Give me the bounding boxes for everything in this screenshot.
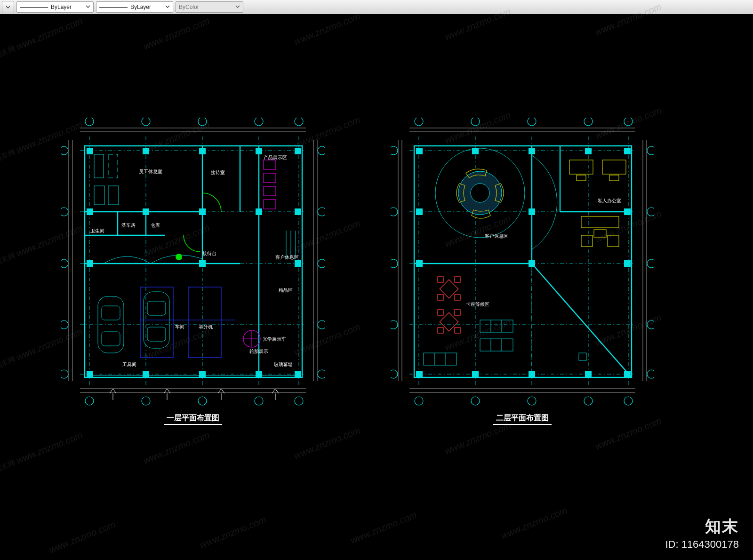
floor-plan-2: 客户休息区 私人办公室 卡座等候区 二层平面布置图 [391,118,654,424]
svg-rect-70 [264,160,276,169]
svg-point-27 [318,370,325,378]
svg-point-19 [61,208,68,216]
linetype-selector-1[interactable]: ByLayer [16,1,94,13]
svg-rect-193 [424,353,457,365]
svg-point-129 [647,146,654,155]
svg-point-114 [415,118,423,126]
svg-point-120 [471,397,480,405]
svg-rect-52 [87,371,93,377]
svg-point-132 [647,320,654,329]
linetype-selector-2[interactable]: ByLayer [96,1,173,13]
svg-point-23 [318,146,325,155]
svg-point-20 [61,259,68,268]
svg-text:车间: 车间 [175,324,184,329]
svg-rect-53 [143,371,149,377]
svg-point-16 [255,397,263,405]
booth-icon [438,277,460,300]
svg-point-25 [318,259,325,268]
svg-rect-145 [416,148,423,154]
svg-rect-175 [608,235,619,247]
desk-icon [569,160,626,181]
svg-rect-68 [94,186,104,205]
svg-text:客户休息区: 客户休息区 [485,233,508,239]
svg-rect-186 [455,328,460,333]
svg-point-24 [318,208,325,216]
svg-rect-149 [624,148,631,154]
floor2-svg: 客户休息区 私人办公室 卡座等候区 [391,118,654,409]
svg-text:轮胎展示: 轮胎展示 [249,349,268,354]
floor1-svg: 员工休息室 接待室 产品展示区 洗车房 仓库 卫生间 接待台 客户休息区 精品区… [61,118,325,409]
svg-text:卫生间: 卫生间 [90,228,104,233]
svg-rect-83 [140,287,173,358]
svg-rect-179 [455,277,460,282]
svg-text:举升机: 举升机 [199,324,213,329]
svg-rect-150 [416,208,423,215]
svg-rect-157 [472,371,479,377]
svg-point-10 [198,118,207,126]
layer-dropdown-toggle[interactable] [2,1,14,13]
svg-point-65 [176,254,182,260]
svg-point-15 [198,397,207,405]
svg-rect-172 [609,175,619,181]
svg-text:光学展示车: 光学展示车 [263,336,286,342]
svg-rect-176 [594,230,606,237]
svg-rect-73 [264,200,276,209]
source-brand: 知末 ID: 1164300178 [665,516,739,551]
svg-point-121 [528,397,536,405]
svg-rect-178 [438,277,443,282]
svg-point-128 [391,370,398,378]
svg-point-122 [584,397,593,405]
floor-plan-1: 员工休息室 接待室 产品展示区 洗车房 仓库 卫生间 接待台 客户休息区 精品区… [61,118,325,424]
svg-rect-183 [438,310,443,315]
svg-rect-148 [585,148,592,154]
svg-rect-43 [295,148,301,154]
arrow-up-icon [110,389,279,400]
svg-rect-155 [624,260,631,267]
svg-point-116 [528,118,536,126]
svg-text:卡座等候区: 卡座等候区 [466,302,489,307]
svg-point-117 [584,118,593,126]
svg-rect-39 [87,148,93,154]
svg-point-11 [255,118,263,126]
svg-rect-69 [108,186,119,205]
booth-icon [438,310,460,333]
svg-rect-159 [585,371,592,377]
svg-rect-40 [143,148,149,154]
svg-point-123 [624,397,633,405]
svg-point-8 [85,118,94,126]
svg-rect-187 [480,320,513,332]
svg-text:洗车房: 洗车房 [121,223,136,228]
sofa-icon [424,320,513,365]
plotstyle-selector[interactable]: ByColor [176,1,243,13]
svg-point-119 [415,397,423,405]
svg-rect-171 [602,160,626,174]
sofa-icon [581,216,619,247]
svg-point-168 [471,184,489,202]
svg-point-131 [647,259,654,268]
model-space-canvas[interactable]: 知末网www.znzmo.com www.znzmo.com www.znzmo… [0,14,753,560]
properties-toolbar: ByLayer ByLayer ByColor [0,0,753,15]
brand-id: ID: 1164300178 [665,538,739,551]
svg-rect-84 [188,287,221,358]
svg-point-126 [391,259,398,268]
svg-text:精品区: 精品区 [279,288,293,293]
svg-rect-181 [455,295,460,300]
svg-text:客户休息区: 客户休息区 [275,255,299,260]
brand-logo-text: 知末 [665,516,739,537]
svg-rect-54 [199,371,206,377]
svg-text:接待台: 接待台 [202,251,216,256]
svg-point-22 [61,370,68,378]
linetype-1-label: ByLayer [51,4,72,10]
svg-point-115 [471,118,480,126]
floor1-title: 一层平面布置图 [61,413,325,425]
plotstyle-label: ByColor [179,4,199,10]
svg-point-12 [295,118,303,126]
svg-rect-169 [569,160,593,174]
svg-rect-72 [264,186,276,196]
svg-rect-56 [295,371,301,377]
floor2-title: 二层平面布置图 [391,413,654,425]
svg-point-127 [391,320,398,329]
svg-rect-78 [102,306,120,320]
svg-rect-174 [581,235,593,247]
svg-point-17 [295,397,303,405]
